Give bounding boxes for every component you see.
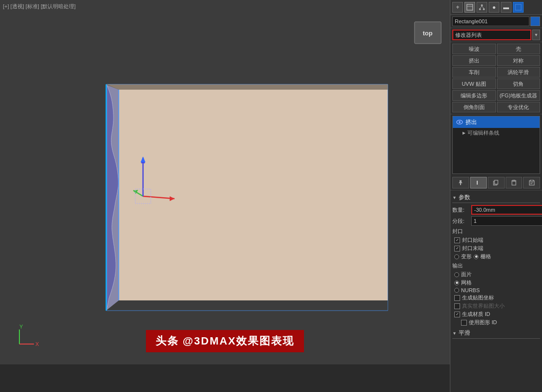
svg-rect-35 (494, 180, 498, 184)
cap-end-label: 封口末端 (462, 245, 483, 252)
morph-row: 变形 栅格 (452, 253, 540, 260)
svg-point-25 (481, 4, 483, 6)
mesh-radio[interactable] (454, 281, 459, 285)
morph-label: 变形 (461, 253, 472, 260)
segments-input[interactable] (471, 216, 542, 226)
mod-btn-extrude[interactable]: 挤出 (452, 55, 496, 66)
stack-paste-btn[interactable] (523, 177, 540, 188)
nurbs-radio[interactable] (454, 288, 459, 293)
mod-btn-editmesh[interactable]: 编辑多边形 (452, 90, 496, 101)
svg-point-26 (479, 8, 481, 10)
generate-mat-id-checkbox[interactable] (454, 312, 460, 317)
viewport: [+] [透视] [标准] [默认明暗处理] X Y (0, 0, 450, 364)
svg-marker-12 (106, 84, 388, 90)
svg-text:I: I (477, 180, 478, 186)
mesh-label: 网格 (461, 279, 472, 286)
svg-point-27 (483, 8, 485, 10)
mod-btn-bevelprofile[interactable]: 倒角剖面 (452, 102, 496, 112)
panel-toolbar: + ● ▬ (450, 0, 542, 15)
generate-mat-id-row: 生成材质 ID (452, 311, 540, 318)
stack-item-spline[interactable]: 可编辑样条线 (453, 128, 540, 138)
svg-text:top: top (423, 30, 432, 37)
generate-coords-checkbox[interactable] (454, 295, 460, 301)
nurbs-row: NURBS (452, 287, 540, 293)
modifier-dropdown-arrow[interactable]: ▼ (532, 30, 540, 40)
output-header: 输出 (452, 262, 540, 269)
modifier-grid: 噪波 壳 挤出 对称 车削 涡轮平滑 UVW 贴图 切角 编辑多边形 (FG)地… (450, 42, 542, 114)
face-radio[interactable] (454, 272, 459, 277)
stack-delete-btn[interactable] (506, 177, 523, 188)
modify-btn[interactable] (464, 2, 475, 13)
mod-btn-shell[interactable]: 壳 (497, 44, 541, 54)
object-name-row (450, 15, 542, 28)
face-row: 面片 (452, 271, 540, 278)
cap-start-checkbox[interactable] (454, 237, 460, 243)
stack-actions: I (450, 175, 542, 190)
params-section: 参数 数量: ▲ ▼ 分段: ▲ ▼ 封口 封口始端 (450, 190, 542, 392)
cap-end-row: 封口末端 (452, 245, 540, 252)
real-world-label: 真实世界贴图大小 (462, 302, 505, 310)
stack-text-btn[interactable]: I (470, 177, 487, 188)
scene-svg: X Y (0, 0, 450, 364)
params-header-label: 参数 (459, 193, 470, 202)
svg-rect-36 (512, 181, 516, 185)
use-shape-id-checkbox[interactable] (461, 320, 467, 326)
cap-end-checkbox[interactable] (454, 246, 460, 251)
mod-btn-symmetry[interactable]: 对称 (497, 55, 541, 66)
segments-row: 分段: ▲ ▼ (452, 216, 540, 226)
quantity-row: 数量: ▲ ▼ (452, 205, 540, 215)
svg-rect-30 (515, 4, 521, 10)
morph-radio[interactable] (454, 254, 459, 259)
real-world-checkbox[interactable] (454, 303, 460, 309)
quantity-label: 数量: (452, 206, 469, 214)
mod-btn-floorgen[interactable]: (FG)地板生成器 (497, 90, 541, 101)
right-panel: + ● ▬ ▼ 噪波 壳 挤出 对称 车削 涡轮平滑 UVW 贴图 切角 编辑多… (450, 0, 542, 392)
grid-radio[interactable] (474, 254, 478, 259)
motion-btn[interactable]: ● (489, 2, 499, 13)
modifier-dropdown-input[interactable] (452, 30, 531, 40)
quantity-input[interactable] (471, 205, 542, 215)
stack-item-spline-label: 可编辑样条线 (467, 129, 499, 137)
face-label: 面片 (461, 271, 472, 278)
grid-label: 栅格 (480, 253, 491, 260)
mod-btn-prooptimizer[interactable]: 专业优化 (497, 102, 541, 112)
stack-item-extrude[interactable]: 挤出 (453, 116, 540, 128)
svg-rect-23 (467, 4, 473, 10)
svg-text:X: X (35, 341, 39, 347)
smooth-header[interactable]: 平滑 (452, 328, 540, 339)
real-world-row: 真实世界贴图大小 (452, 302, 540, 310)
mod-btn-lathe[interactable]: 车削 (452, 67, 496, 78)
object-color-swatch[interactable] (530, 16, 540, 26)
svg-line-28 (480, 6, 482, 8)
create-btn[interactable]: + (452, 2, 463, 13)
hierarchy-btn[interactable] (477, 2, 487, 13)
modifier-stack: 挤出 可编辑样条线 (452, 116, 540, 174)
mod-btn-noisewave[interactable]: 噪波 (452, 44, 496, 54)
object-name-input[interactable] (452, 16, 529, 26)
modifier-dropdown-row: ▼ (450, 28, 542, 42)
stack-item-extrude-label: 挤出 (465, 118, 477, 126)
generate-coords-row: 生成贴图坐标 (452, 294, 540, 301)
viewport-label: [+] [透视] [标准] [默认明暗处理] (3, 3, 76, 10)
mod-btn-chamfer[interactable]: 切角 (497, 78, 541, 89)
svg-marker-5 (119, 90, 388, 300)
stack-copy-btn[interactable] (488, 177, 505, 188)
display-btn[interactable]: ▬ (501, 2, 511, 13)
cap-header: 封口 (452, 228, 540, 235)
use-shape-id-row: 使用图形 ID (452, 319, 540, 326)
eye-icon[interactable] (456, 118, 463, 126)
mod-btn-uvw[interactable]: UVW 贴图 (452, 78, 496, 89)
params-header[interactable]: 参数 (452, 192, 540, 203)
segments-label: 分段: (452, 218, 469, 225)
smooth-header-label: 平滑 (459, 329, 470, 337)
nurbs-label: NURBS (461, 287, 480, 293)
generate-mat-id-label: 生成材质 ID (462, 311, 490, 318)
utilities-btn[interactable] (513, 2, 524, 13)
cap-start-label: 封口始端 (462, 236, 483, 244)
mod-btn-turbosmooth[interactable]: 涡轮平滑 (497, 67, 541, 78)
use-shape-id-label: 使用图形 ID (469, 319, 497, 326)
svg-line-29 (482, 6, 484, 8)
stack-pin-btn[interactable] (452, 177, 469, 188)
cap-start-row: 封口始端 (452, 236, 540, 244)
svg-rect-42 (530, 180, 533, 181)
